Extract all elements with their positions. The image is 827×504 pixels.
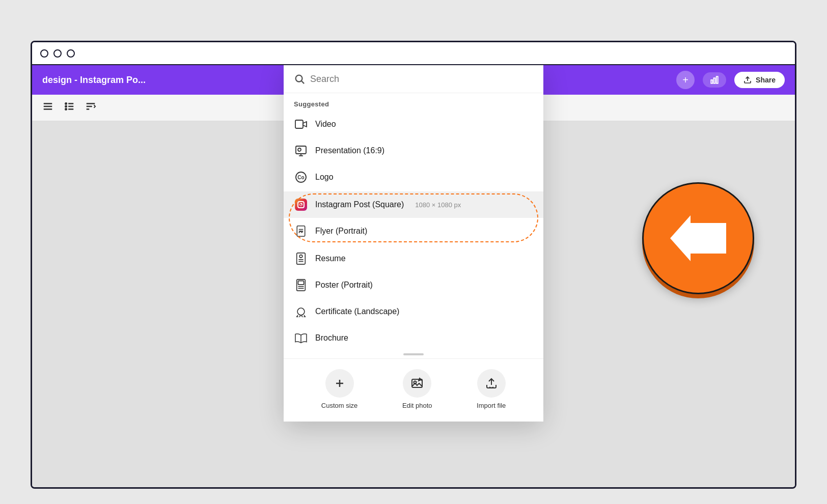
list-icon[interactable]: [64, 101, 75, 115]
brochure-icon: [294, 331, 308, 345]
add-button[interactable]: +: [676, 71, 695, 89]
analytics-button[interactable]: [703, 72, 726, 88]
plus-icon: +: [682, 74, 688, 86]
svg-point-21: [298, 148, 301, 151]
sort-icon[interactable]: [85, 101, 96, 115]
instagram-size: 1080 × 1080 px: [415, 201, 461, 209]
svg-point-16: [296, 75, 302, 82]
video-label: Video: [315, 120, 336, 129]
bar-chart-icon: [710, 75, 719, 85]
flyer-icon: [294, 224, 308, 238]
browser-mockup: design - Instagram Po... + Share: [31, 41, 796, 489]
svg-marker-19: [303, 122, 307, 127]
list-item-video[interactable]: Video: [284, 111, 543, 137]
edit-photo-button[interactable]: Edit photo: [402, 369, 432, 409]
dropdown-panel: Suggested Video: [284, 65, 543, 422]
highlighted-group: Instagram Post (Square) 1080 × 1080 px F…: [284, 191, 543, 244]
svg-text:Co: Co: [297, 175, 304, 180]
list-item-poster[interactable]: Poster (Portrait): [284, 272, 543, 298]
custom-size-icon-circle: [325, 369, 354, 398]
browser-titlebar: [32, 42, 795, 65]
plus-icon: [334, 377, 346, 389]
instagram-icon: [294, 198, 308, 212]
edit-photo-label: Edit photo: [402, 402, 432, 409]
poster-icon: [294, 278, 308, 292]
import-file-label: Import file: [477, 402, 506, 409]
scroll-indicator: [284, 351, 543, 358]
browser-content: design - Instagram Po... + Share: [32, 65, 795, 487]
presentation-label: Presentation (16:9): [315, 146, 384, 155]
video-icon: [294, 117, 308, 131]
resume-label: Resume: [315, 254, 346, 263]
svg-rect-1: [714, 78, 715, 83]
align-left-icon[interactable]: [42, 101, 53, 115]
upload-icon: [743, 76, 752, 84]
svg-rect-34: [298, 281, 304, 285]
orange-circle-button[interactable]: [642, 182, 754, 294]
import-icon: [485, 377, 498, 389]
arrow-left-icon: [670, 215, 726, 261]
section-label: Suggested: [284, 93, 543, 111]
browser-dot-1: [40, 49, 48, 58]
import-file-icon-circle: [477, 369, 506, 398]
svg-point-8: [65, 108, 67, 110]
svg-point-37: [297, 308, 305, 315]
svg-rect-18: [295, 120, 303, 128]
custom-size-label: Custom size: [321, 402, 358, 409]
custom-size-button[interactable]: Custom size: [321, 369, 358, 409]
share-label: Share: [756, 76, 776, 84]
list-item-resume[interactable]: Resume: [284, 245, 543, 272]
certificate-label: Certificate (Landscape): [315, 307, 399, 316]
logo-label: Logo: [315, 173, 334, 182]
search-input[interactable]: [310, 74, 533, 85]
browser-dot-3: [67, 49, 75, 58]
list-item-presentation[interactable]: Presentation (16:9): [284, 137, 543, 164]
brochure-label: Brochure: [315, 333, 348, 343]
list-item-logo[interactable]: Co Logo: [284, 164, 543, 190]
edit-photo-icon-circle: [403, 369, 431, 398]
search-bar: [284, 65, 543, 93]
list-item-brochure[interactable]: Brochure: [284, 325, 543, 351]
browser-dot-2: [53, 49, 62, 58]
certificate-icon: [294, 304, 308, 319]
edit-photo-icon: [411, 377, 423, 389]
svg-point-7: [65, 106, 67, 107]
search-icon: [294, 73, 305, 85]
share-button[interactable]: Share: [734, 72, 785, 88]
list-item-certificate[interactable]: Certificate (Landscape): [284, 298, 543, 325]
svg-line-17: [301, 81, 304, 83]
logo-icon: Co: [294, 170, 308, 184]
svg-rect-0: [711, 80, 712, 83]
scroll-bar: [403, 353, 424, 355]
presentation-icon: [294, 144, 308, 158]
bottom-actions: Custom size Edit photo: [284, 358, 543, 422]
import-file-button[interactable]: Import file: [477, 369, 506, 409]
list-item-flyer[interactable]: Flyer (Portrait): [284, 218, 543, 244]
flyer-label: Flyer (Portrait): [315, 227, 367, 236]
list-item-instagram[interactable]: Instagram Post (Square) 1080 × 1080 px: [284, 191, 543, 218]
svg-point-6: [65, 103, 67, 104]
svg-marker-15: [670, 215, 726, 261]
resume-icon: [294, 251, 308, 266]
poster-label: Poster (Portrait): [315, 281, 373, 290]
instagram-label: Instagram Post (Square): [315, 200, 404, 209]
svg-rect-2: [716, 76, 718, 83]
svg-point-30: [299, 255, 302, 258]
